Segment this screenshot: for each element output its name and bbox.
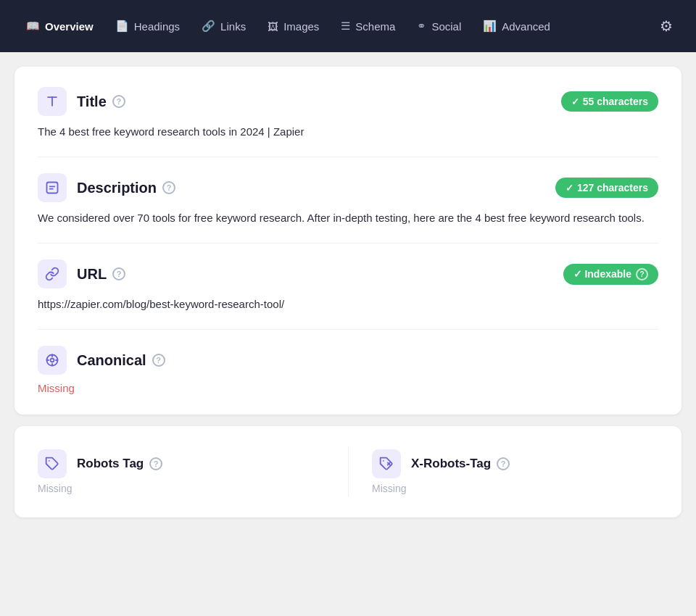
schema-icon: ☰ [341, 20, 350, 33]
description-content: We considered over 70 tools for free key… [38, 209, 658, 227]
nav-label-overview: Overview [45, 20, 94, 33]
url-icon-wrap [38, 259, 67, 288]
nav-item-advanced[interactable]: 📊 Advanced [474, 14, 559, 38]
headings-icon: 📄 [115, 20, 129, 33]
description-badge: ✓ 127 characters [555, 178, 658, 198]
divider-2 [38, 243, 658, 244]
title-icon-wrap [38, 87, 67, 116]
url-section-left: URL ? [38, 259, 125, 288]
nav-item-overview[interactable]: 📖 Overview [17, 14, 102, 38]
x-robots-tag-icon-wrap [372, 449, 401, 478]
title-icon [45, 94, 59, 109]
title-section-header: Title ? ✓ 55 characters [38, 87, 658, 116]
canonical-section-left: Canonical ? [38, 346, 165, 375]
nav-item-schema[interactable]: ☰ Schema [332, 14, 404, 38]
url-help-icon[interactable]: ? [112, 267, 125, 280]
description-icon-wrap [38, 173, 67, 202]
svg-point-3 [51, 359, 54, 362]
nav-label-headings: Headings [134, 20, 180, 33]
url-heading: URL ? [77, 266, 125, 283]
nav-item-headings[interactable]: 📄 Headings [107, 14, 188, 38]
settings-button[interactable]: ⚙ [654, 12, 679, 41]
description-section-header: Description ? ✓ 127 characters [38, 173, 658, 202]
divider-3 [38, 329, 658, 330]
url-icon [45, 267, 59, 281]
canonical-missing: Missing [38, 382, 658, 394]
nav-label-advanced: Advanced [502, 20, 550, 33]
robots-tag-icon [45, 457, 59, 471]
nav-label-social: Social [431, 20, 461, 33]
nav-label-images: Images [283, 20, 319, 33]
robots-two-col: Robots Tag ? Missing [38, 446, 658, 497]
url-section-header: URL ? ✓ Indexable ? [38, 259, 658, 288]
x-robots-tag-icon [379, 457, 394, 471]
seo-overview-card: Title ? ✓ 55 characters The 4 best free … [14, 67, 682, 415]
nav-label-schema: Schema [355, 20, 395, 33]
title-help-icon[interactable]: ? [112, 95, 125, 108]
robots-tag-item: Robots Tag ? Missing [38, 446, 348, 497]
indexable-help-icon[interactable]: ? [636, 268, 648, 280]
nav-item-social[interactable]: ⚭ Social [408, 14, 470, 38]
canonical-heading: Canonical ? [77, 352, 165, 369]
overview-icon: 📖 [26, 20, 40, 33]
title-heading: Title ? [77, 93, 125, 110]
canonical-section-header: Canonical ? [38, 346, 658, 375]
advanced-icon: 📊 [483, 20, 497, 33]
x-robots-tag-heading: X-Robots-Tag ? [411, 457, 510, 471]
x-robots-tag-status: Missing [372, 483, 658, 494]
title-badge: ✓ 55 characters [561, 91, 658, 112]
nav-label-links: Links [220, 20, 246, 33]
x-robots-tag-help-icon[interactable]: ? [497, 457, 510, 470]
divider-1 [38, 157, 658, 157]
main-content: Title ? ✓ 55 characters The 4 best free … [0, 52, 696, 532]
canonical-icon [45, 353, 59, 367]
description-help-icon[interactable]: ? [162, 181, 175, 194]
nav-bar: 📖 Overview 📄 Headings 🔗 Links 🖼 Images ☰… [0, 0, 696, 52]
title-content: The 4 best free keyword research tools i… [38, 123, 658, 141]
canonical-icon-wrap [38, 346, 67, 375]
robots-tag-icon-wrap [38, 449, 67, 478]
robots-tag-status: Missing [38, 483, 331, 494]
canonical-help-icon[interactable]: ? [152, 354, 165, 367]
social-icon: ⚭ [417, 20, 426, 33]
svg-rect-1 [47, 183, 58, 193]
links-icon: 🔗 [202, 20, 215, 33]
url-badge: ✓ Indexable ? [563, 264, 658, 285]
images-icon: 🖼 [268, 20, 278, 33]
description-section-left: Description ? [38, 173, 175, 202]
description-heading: Description ? [77, 180, 175, 196]
x-robots-tag-item: X-Robots-Tag ? Missing [348, 446, 658, 497]
x-robots-tag-header: X-Robots-Tag ? [372, 449, 658, 478]
robots-card: Robots Tag ? Missing [14, 426, 682, 517]
svg-point-0 [51, 96, 54, 99]
robots-tag-header: Robots Tag ? [38, 449, 331, 478]
nav-item-links[interactable]: 🔗 Links [193, 14, 254, 38]
nav-item-images[interactable]: 🖼 Images [259, 14, 328, 38]
title-section-left: Title ? [38, 87, 125, 116]
robots-tag-help-icon[interactable]: ? [149, 457, 162, 470]
robots-tag-heading: Robots Tag ? [77, 457, 162, 471]
url-content: https://zapier.com/blog/best-keyword-res… [38, 296, 658, 313]
description-icon [45, 180, 59, 195]
